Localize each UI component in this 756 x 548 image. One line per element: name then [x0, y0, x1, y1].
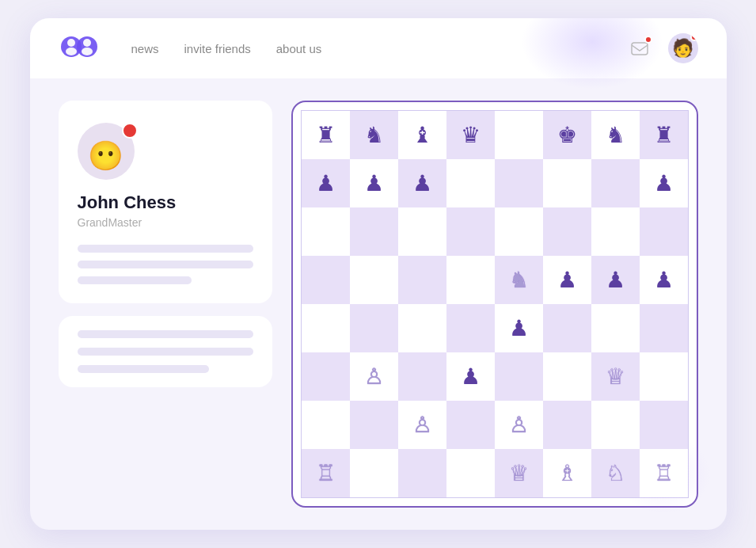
- chess-cell[interactable]: [446, 401, 495, 449]
- chess-piece: ♟: [461, 363, 481, 390]
- chess-piece: ♞: [364, 122, 384, 148]
- chess-cell[interactable]: [302, 352, 350, 401]
- svg-point-5: [82, 48, 93, 55]
- svg-rect-6: [632, 43, 648, 55]
- chess-cell[interactable]: ♝: [398, 111, 446, 159]
- chess-cell[interactable]: [543, 159, 591, 207]
- chess-cell[interactable]: [495, 159, 543, 207]
- svg-point-2: [67, 39, 75, 47]
- chess-cell[interactable]: [350, 449, 398, 497]
- chess-cell[interactable]: [446, 256, 495, 304]
- chess-cell[interactable]: ♟: [495, 304, 543, 352]
- chess-cell[interactable]: [495, 111, 543, 159]
- chess-cell[interactable]: [350, 304, 398, 352]
- chess-cell[interactable]: ♞: [495, 256, 543, 304]
- chess-cell[interactable]: ♟: [350, 159, 398, 207]
- chess-piece: ♟: [654, 170, 674, 196]
- stats-line-3: [78, 365, 210, 373]
- stats-line-1: [78, 330, 253, 338]
- chess-cell[interactable]: [398, 449, 446, 497]
- nav-news[interactable]: news: [131, 42, 159, 55]
- chess-cell[interactable]: ♟: [398, 159, 446, 207]
- chess-cell[interactable]: [543, 352, 591, 401]
- chess-cell[interactable]: [591, 401, 640, 449]
- chess-cell[interactable]: [350, 256, 398, 304]
- chess-board: ♜♞♝♛♚♞♜♟♟♟♟♞♟♟♟♟♙♟♕♙♙♖♕♗♘♖: [301, 110, 689, 498]
- chess-cell[interactable]: ♛: [446, 111, 495, 159]
- header-actions: 🧑: [625, 33, 698, 63]
- chess-cell[interactable]: [446, 449, 495, 497]
- chess-cell[interactable]: [302, 256, 350, 304]
- chess-piece: ♞: [509, 267, 529, 293]
- chess-cell[interactable]: ♕: [591, 352, 640, 401]
- nav-invite-friends[interactable]: invite friends: [184, 42, 251, 55]
- chess-cell[interactable]: ♘: [591, 449, 640, 497]
- chess-cell[interactable]: ♟: [640, 159, 688, 207]
- avatar-container: 😶: [78, 123, 135, 180]
- chess-cell[interactable]: ♗: [543, 449, 591, 497]
- chess-cell[interactable]: ♖: [302, 449, 350, 497]
- chess-cell[interactable]: [398, 304, 446, 352]
- chess-cell[interactable]: ♞: [591, 111, 640, 159]
- chess-piece: ♚: [557, 122, 577, 148]
- chess-piece: ♟: [606, 267, 625, 293]
- chess-cell[interactable]: ♜: [302, 111, 350, 159]
- chess-cell[interactable]: [302, 401, 350, 449]
- chess-cell[interactable]: [591, 304, 640, 352]
- chess-cell[interactable]: [640, 304, 688, 352]
- chess-cell[interactable]: [446, 304, 495, 352]
- chess-cell[interactable]: [398, 352, 446, 401]
- chess-piece: ♖: [316, 460, 336, 486]
- chess-cell[interactable]: [398, 207, 446, 256]
- stats-card: [59, 316, 272, 387]
- chess-cell[interactable]: [350, 207, 398, 256]
- chess-cell[interactable]: [398, 256, 446, 304]
- chess-cell[interactable]: [495, 352, 543, 401]
- chess-cell[interactable]: [495, 207, 543, 256]
- chess-cell[interactable]: [640, 207, 688, 256]
- chess-cell[interactable]: [543, 401, 591, 449]
- logo[interactable]: [59, 32, 100, 64]
- chess-cell[interactable]: ♟: [543, 256, 591, 304]
- chess-piece: ♟: [654, 267, 674, 293]
- chess-cell[interactable]: [640, 352, 688, 401]
- svg-point-3: [66, 48, 77, 55]
- chess-cell[interactable]: ♟: [591, 256, 640, 304]
- header: news invite friends about us 🧑: [30, 18, 727, 78]
- chess-cell[interactable]: [591, 159, 640, 207]
- profile-name: John Chess: [78, 192, 177, 213]
- main-content: 😶 John Chess GrandMaster: [30, 78, 727, 530]
- chess-piece: ♟: [316, 170, 336, 196]
- chess-cell[interactable]: ♙: [398, 401, 446, 449]
- chess-piece: ♘: [606, 460, 625, 486]
- chess-piece: ♝: [412, 122, 432, 148]
- user-avatar-button[interactable]: 🧑: [668, 33, 698, 63]
- chess-cell[interactable]: [350, 401, 398, 449]
- nav-about-us[interactable]: about us: [276, 42, 322, 55]
- chess-cell[interactable]: [640, 401, 688, 449]
- chess-cell[interactable]: [543, 207, 591, 256]
- chess-cell[interactable]: ♟: [446, 352, 495, 401]
- mail-button[interactable]: [625, 34, 654, 63]
- chess-cell[interactable]: ♜: [640, 111, 688, 159]
- chess-cell[interactable]: ♖: [640, 449, 688, 497]
- profile-info-lines: [78, 245, 253, 284]
- chess-cell[interactable]: [302, 207, 350, 256]
- chess-cell[interactable]: [446, 159, 495, 207]
- chess-cell[interactable]: [591, 207, 640, 256]
- chess-cell[interactable]: ♙: [350, 352, 398, 401]
- chess-cell[interactable]: [543, 304, 591, 352]
- chess-cell[interactable]: ♙: [495, 401, 543, 449]
- chess-cell[interactable]: ♟: [302, 159, 350, 207]
- profile-line-2: [78, 261, 253, 268]
- chess-cell[interactable]: [302, 304, 350, 352]
- profile-badge: [122, 123, 138, 139]
- chess-cell[interactable]: ♚: [543, 111, 591, 159]
- chess-cell[interactable]: [446, 207, 495, 256]
- chess-piece: ♙: [412, 412, 432, 438]
- chess-piece: ♟: [412, 170, 432, 196]
- chess-cell[interactable]: ♟: [640, 256, 688, 304]
- stats-line-2: [78, 348, 253, 356]
- chess-cell[interactable]: ♞: [350, 111, 398, 159]
- chess-cell[interactable]: ♕: [495, 449, 543, 497]
